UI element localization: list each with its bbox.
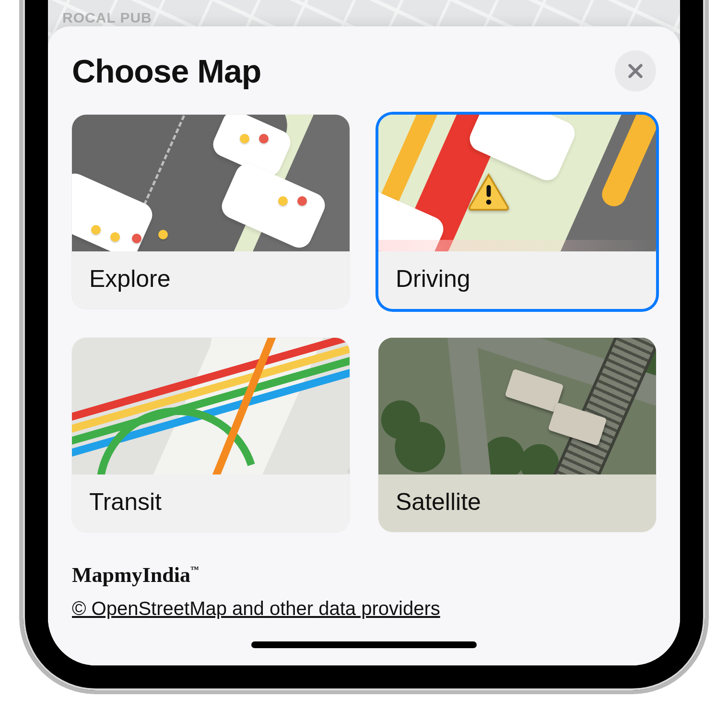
sheet-header: Choose Map [72, 50, 656, 92]
map-option-label: Satellite [378, 474, 656, 532]
mapmyindia-logo: MapmyIndia [72, 563, 197, 587]
svg-point-1 [486, 200, 492, 205]
attribution-link[interactable]: © OpenStreetMap and other data providers [72, 598, 440, 619]
transit-thumbnail [72, 338, 350, 474]
map-option-driving[interactable]: Driving [378, 115, 656, 309]
close-button[interactable] [615, 50, 656, 92]
satellite-thumbnail [378, 338, 656, 474]
choose-map-sheet: Choose Map [48, 26, 680, 665]
map-option-transit[interactable]: Transit [72, 338, 350, 532]
traffic-warning-icon [467, 172, 510, 211]
explore-thumbnail [72, 115, 350, 251]
map-options-grid: Explore [72, 115, 656, 532]
map-option-satellite[interactable]: Satellite [378, 338, 656, 532]
screen: ROCAL PUB Choose Map [48, 0, 680, 665]
phone-frame: ROCAL PUB Choose Map [0, 0, 728, 723]
close-icon [626, 61, 645, 81]
sheet-footer: MapmyIndia © OpenStreetMap and other dat… [72, 563, 656, 619]
poi-dot-icon [297, 196, 307, 206]
poi-dot-icon [91, 225, 101, 235]
map-option-explore[interactable]: Explore [72, 115, 350, 309]
svg-rect-0 [487, 185, 491, 197]
home-indicator[interactable] [251, 641, 477, 648]
poi-dot-icon [132, 234, 141, 243]
background-map-label: ROCAL PUB [62, 10, 152, 26]
poi-dot-icon [259, 134, 269, 143]
map-option-label: Driving [378, 251, 656, 309]
map-option-label: Transit [72, 474, 350, 532]
driving-thumbnail [378, 115, 656, 251]
map-option-label: Explore [72, 251, 350, 309]
sheet-title: Choose Map [72, 52, 261, 90]
poi-dot-icon [110, 232, 120, 242]
poi-dot-icon [278, 196, 288, 206]
poi-dot-icon [158, 230, 168, 239]
poi-dot-icon [240, 134, 249, 143]
